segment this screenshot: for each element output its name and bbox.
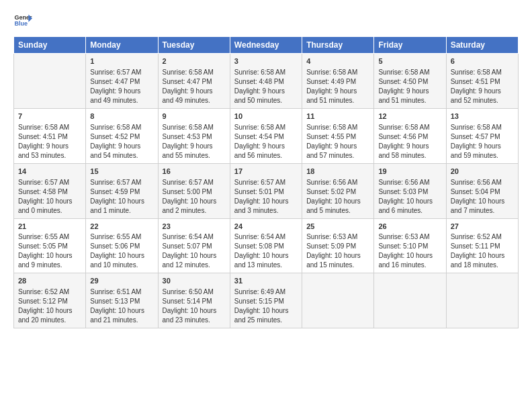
day-info: Sunrise: 6:54 AM Sunset: 5:07 PM Dayligh… (163, 232, 226, 270)
day-info: Sunrise: 6:57 AM Sunset: 4:58 PM Dayligh… (18, 178, 81, 216)
day-number: 4 (306, 56, 369, 66)
calendar-cell: 24Sunrise: 6:54 AM Sunset: 5:08 PM Dayli… (230, 218, 302, 273)
day-number: 1 (90, 56, 153, 66)
calendar-cell: 6Sunrise: 6:58 AM Sunset: 4:51 PM Daylig… (446, 54, 518, 109)
logo: General Blue (13, 11, 35, 30)
day-info: Sunrise: 6:57 AM Sunset: 4:59 PM Dayligh… (90, 178, 153, 216)
day-info: Sunrise: 6:54 AM Sunset: 5:08 PM Dayligh… (234, 232, 298, 270)
day-number: 20 (451, 167, 514, 177)
day-info: Sunrise: 6:58 AM Sunset: 4:54 PM Dayligh… (234, 123, 298, 161)
calendar-cell: 3Sunrise: 6:58 AM Sunset: 4:48 PM Daylig… (230, 54, 302, 109)
calendar-cell: 27Sunrise: 6:52 AM Sunset: 5:11 PM Dayli… (446, 218, 518, 273)
day-info: Sunrise: 6:56 AM Sunset: 5:02 PM Dayligh… (306, 178, 369, 216)
header-day-sunday: Sunday (14, 37, 86, 54)
day-number: 10 (234, 111, 298, 122)
day-number: 5 (378, 56, 441, 66)
day-number: 25 (306, 222, 369, 232)
calendar-cell: 22Sunrise: 6:55 AM Sunset: 5:06 PM Dayli… (86, 218, 158, 273)
day-info: Sunrise: 6:56 AM Sunset: 5:03 PM Dayligh… (378, 178, 441, 216)
day-info: Sunrise: 6:50 AM Sunset: 5:14 PM Dayligh… (163, 287, 226, 325)
calendar-cell: 8Sunrise: 6:58 AM Sunset: 4:52 PM Daylig… (86, 108, 158, 163)
week-row-3: 14Sunrise: 6:57 AM Sunset: 4:58 PM Dayli… (14, 163, 519, 218)
day-number: 9 (163, 111, 226, 122)
day-number: 3 (234, 56, 298, 66)
header-row: SundayMondayTuesdayWednesdayThursdayFrid… (14, 37, 519, 54)
header-day-thursday: Thursday (302, 37, 374, 54)
day-info: Sunrise: 6:57 AM Sunset: 5:00 PM Dayligh… (163, 178, 226, 216)
day-number: 16 (163, 167, 226, 177)
day-info: Sunrise: 6:52 AM Sunset: 5:11 PM Dayligh… (451, 232, 514, 270)
day-number: 23 (163, 222, 226, 232)
day-info: Sunrise: 6:53 AM Sunset: 5:09 PM Dayligh… (306, 232, 369, 270)
day-number: 8 (90, 111, 153, 122)
day-info: Sunrise: 6:58 AM Sunset: 4:47 PM Dayligh… (163, 68, 226, 105)
day-number: 12 (378, 111, 441, 122)
header: General Blue (13, 11, 519, 30)
day-number: 11 (306, 111, 369, 122)
calendar-cell: 11Sunrise: 6:58 AM Sunset: 4:55 PM Dayli… (302, 108, 374, 163)
day-number: 22 (90, 222, 153, 232)
calendar-cell: 13Sunrise: 6:58 AM Sunset: 4:57 PM Dayli… (446, 108, 518, 163)
header-day-saturday: Saturday (446, 37, 518, 54)
calendar-cell: 17Sunrise: 6:57 AM Sunset: 5:01 PM Dayli… (230, 163, 302, 218)
calendar-cell: 9Sunrise: 6:58 AM Sunset: 4:53 PM Daylig… (158, 108, 230, 163)
day-info: Sunrise: 6:55 AM Sunset: 5:06 PM Dayligh… (90, 232, 153, 270)
day-number: 2 (163, 56, 226, 66)
calendar-cell: 15Sunrise: 6:57 AM Sunset: 4:59 PM Dayli… (86, 163, 158, 218)
calendar-cell: 29Sunrise: 6:51 AM Sunset: 5:13 PM Dayli… (86, 273, 158, 328)
calendar-cell: 12Sunrise: 6:58 AM Sunset: 4:56 PM Dayli… (374, 108, 446, 163)
day-info: Sunrise: 6:53 AM Sunset: 5:10 PM Dayligh… (378, 232, 441, 270)
day-number: 15 (90, 167, 153, 177)
header-day-wednesday: Wednesday (230, 37, 302, 54)
calendar-cell: 10Sunrise: 6:58 AM Sunset: 4:54 PM Dayli… (230, 108, 302, 163)
header-day-tuesday: Tuesday (158, 37, 230, 54)
day-number: 24 (234, 222, 298, 232)
day-info: Sunrise: 6:58 AM Sunset: 4:51 PM Dayligh… (451, 68, 514, 105)
day-info: Sunrise: 6:58 AM Sunset: 4:56 PM Dayligh… (378, 123, 441, 161)
day-info: Sunrise: 6:58 AM Sunset: 4:49 PM Dayligh… (306, 68, 369, 105)
calendar-table: SundayMondayTuesdayWednesdayThursdayFrid… (13, 36, 519, 328)
calendar-cell: 14Sunrise: 6:57 AM Sunset: 4:58 PM Dayli… (14, 163, 86, 218)
calendar-cell: 4Sunrise: 6:58 AM Sunset: 4:49 PM Daylig… (302, 54, 374, 109)
page-container: General Blue SundayMondayTuesdayWednesda… (0, 0, 532, 335)
day-info: Sunrise: 6:56 AM Sunset: 5:04 PM Dayligh… (451, 178, 514, 216)
logo-icon: General Blue (13, 11, 32, 30)
calendar-cell: 28Sunrise: 6:52 AM Sunset: 5:12 PM Dayli… (14, 273, 86, 328)
day-info: Sunrise: 6:51 AM Sunset: 5:13 PM Dayligh… (90, 287, 153, 325)
calendar-cell: 30Sunrise: 6:50 AM Sunset: 5:14 PM Dayli… (158, 273, 230, 328)
day-info: Sunrise: 6:58 AM Sunset: 4:52 PM Dayligh… (90, 123, 153, 161)
day-number: 29 (90, 276, 153, 286)
calendar-cell: 26Sunrise: 6:53 AM Sunset: 5:10 PM Dayli… (374, 218, 446, 273)
day-number: 18 (306, 167, 369, 177)
calendar-cell: 31Sunrise: 6:49 AM Sunset: 5:15 PM Dayli… (230, 273, 302, 328)
day-info: Sunrise: 6:57 AM Sunset: 5:01 PM Dayligh… (234, 178, 298, 216)
day-number: 28 (18, 276, 81, 286)
day-info: Sunrise: 6:55 AM Sunset: 5:05 PM Dayligh… (18, 232, 81, 270)
calendar-cell (14, 54, 86, 109)
calendar-cell (446, 273, 518, 328)
day-number: 26 (378, 222, 441, 232)
day-info: Sunrise: 6:49 AM Sunset: 5:15 PM Dayligh… (234, 287, 298, 325)
calendar-cell: 18Sunrise: 6:56 AM Sunset: 5:02 PM Dayli… (302, 163, 374, 218)
day-number: 17 (234, 167, 298, 177)
calendar-cell: 7Sunrise: 6:58 AM Sunset: 4:51 PM Daylig… (14, 108, 86, 163)
week-row-4: 21Sunrise: 6:55 AM Sunset: 5:05 PM Dayli… (14, 218, 519, 273)
calendar-cell: 16Sunrise: 6:57 AM Sunset: 5:00 PM Dayli… (158, 163, 230, 218)
week-row-5: 28Sunrise: 6:52 AM Sunset: 5:12 PM Dayli… (14, 273, 519, 328)
day-number: 14 (18, 167, 81, 177)
day-info: Sunrise: 6:58 AM Sunset: 4:48 PM Dayligh… (234, 68, 298, 105)
day-info: Sunrise: 6:57 AM Sunset: 4:47 PM Dayligh… (90, 68, 153, 105)
day-info: Sunrise: 6:52 AM Sunset: 5:12 PM Dayligh… (18, 287, 81, 325)
calendar-cell: 19Sunrise: 6:56 AM Sunset: 5:03 PM Dayli… (374, 163, 446, 218)
calendar-cell: 21Sunrise: 6:55 AM Sunset: 5:05 PM Dayli… (14, 218, 86, 273)
calendar-cell: 2Sunrise: 6:58 AM Sunset: 4:47 PM Daylig… (158, 54, 230, 109)
calendar-cell: 5Sunrise: 6:58 AM Sunset: 4:50 PM Daylig… (374, 54, 446, 109)
day-number: 27 (451, 222, 514, 232)
calendar-cell: 23Sunrise: 6:54 AM Sunset: 5:07 PM Dayli… (158, 218, 230, 273)
day-info: Sunrise: 6:58 AM Sunset: 4:53 PM Dayligh… (163, 123, 226, 161)
day-info: Sunrise: 6:58 AM Sunset: 4:51 PM Dayligh… (18, 123, 81, 161)
day-number: 7 (18, 111, 81, 122)
calendar-cell: 20Sunrise: 6:56 AM Sunset: 5:04 PM Dayli… (446, 163, 518, 218)
day-info: Sunrise: 6:58 AM Sunset: 4:50 PM Dayligh… (378, 68, 441, 105)
calendar-cell: 1Sunrise: 6:57 AM Sunset: 4:47 PM Daylig… (86, 54, 158, 109)
